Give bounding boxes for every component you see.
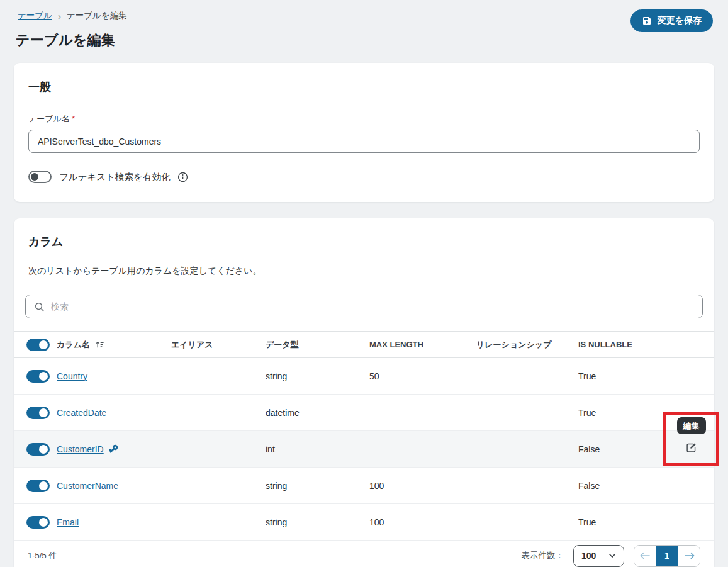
next-page-button[interactable]	[678, 546, 700, 566]
save-icon	[642, 16, 652, 26]
cell-is-nullable: False	[578, 444, 658, 454]
header-max-length: MAX LENGTH	[369, 340, 476, 349]
toggle-knob	[39, 518, 48, 527]
breadcrumb-link-tables[interactable]: テーブル	[18, 10, 52, 21]
column-search-box[interactable]	[25, 295, 703, 318]
table-name-label: テーブル名*	[28, 113, 700, 125]
header-column-name: カラム名	[57, 339, 90, 351]
columns-description: 次のリストからテーブル用のカラムを設定してください。	[28, 266, 700, 277]
header-relationship: リレーションシップ	[476, 339, 578, 351]
annotation-highlight-box: 編集	[663, 412, 719, 466]
row-toggle[interactable]	[26, 443, 50, 456]
current-page-button[interactable]: 1	[656, 546, 678, 566]
cell-max-length: 100	[369, 517, 476, 527]
fulltext-search-toggle[interactable]	[28, 171, 52, 183]
arrow-left-icon	[640, 552, 651, 559]
column-name-link[interactable]: Email	[57, 517, 79, 527]
breadcrumb: テーブル › テーブルを編集	[18, 10, 713, 21]
general-heading: 一般	[28, 79, 700, 94]
edit-column-button[interactable]	[685, 442, 697, 454]
cell-is-nullable: False	[578, 481, 658, 491]
sort-ascending-icon[interactable]	[95, 340, 104, 349]
toggle-knob	[39, 408, 48, 417]
cell-max-length: 100	[369, 481, 476, 491]
breadcrumb-current: テーブルを編集	[67, 10, 127, 21]
search-icon	[34, 301, 45, 312]
columns-card: カラム 次のリストからテーブル用のカラムを設定してください。 カラム名 エイリア…	[14, 218, 714, 567]
table-row-customerid: CustomerID int False 編集	[14, 431, 714, 468]
table-row-country: Country string 50 True	[14, 358, 714, 395]
row-toggle[interactable]	[26, 407, 50, 419]
row-toggle[interactable]	[26, 480, 50, 492]
cell-is-nullable: True	[578, 408, 658, 418]
cell-data-type: datetime	[266, 408, 369, 418]
table-footer: 1-5/5 件 表示件数： 100 1	[14, 541, 714, 567]
row-count: 1-5/5 件	[28, 550, 57, 561]
fulltext-toggle-label: フルテキスト検索を有効化	[59, 171, 170, 183]
column-name-link[interactable]: CustomerName	[57, 481, 118, 491]
row-toggle[interactable]	[26, 370, 50, 383]
toggle-knob	[39, 481, 48, 490]
table-row-createddate: CreatedDate datetime True	[14, 395, 714, 431]
edit-tooltip: 編集	[677, 417, 706, 434]
page-size-value: 100	[581, 551, 596, 561]
table-header-row: カラム名 エイリアス データ型 MAX LENGTH リレーションシップ IS …	[14, 331, 714, 358]
column-search-input[interactable]	[51, 301, 694, 312]
pagination: 1	[634, 545, 700, 567]
top-bar: テーブル › テーブルを編集 テーブルを編集 変更を保存	[0, 0, 728, 50]
toggle-knob	[39, 372, 48, 381]
table-row-email: Email string 100 True	[14, 504, 714, 541]
page-size-label: 表示件数：	[522, 550, 564, 561]
toggle-knob	[39, 445, 48, 454]
general-card: 一般 テーブル名* フルテキスト検索を有効化	[14, 63, 714, 202]
save-changes-button[interactable]: 変更を保存	[630, 9, 713, 32]
previous-page-button[interactable]	[634, 546, 656, 566]
info-icon[interactable]	[177, 172, 188, 182]
cell-data-type: string	[266, 481, 369, 491]
header-data-type: データ型	[266, 339, 369, 351]
row-toggle[interactable]	[26, 516, 50, 529]
edit-icon	[685, 442, 697, 454]
toggle-all-columns[interactable]	[26, 339, 50, 351]
chevron-down-icon	[608, 553, 616, 558]
cell-max-length: 50	[369, 371, 476, 381]
cell-is-nullable: True	[578, 371, 658, 381]
table-name-input[interactable]	[28, 130, 700, 153]
required-asterisk: *	[72, 114, 75, 123]
header-alias: エイリアス	[171, 339, 266, 351]
cell-data-type: int	[266, 444, 369, 454]
page-title: テーブルを編集	[16, 31, 713, 50]
column-name-link[interactable]: CreatedDate	[57, 408, 106, 418]
cell-data-type: string	[266, 371, 369, 381]
table-row-customername: CustomerName string 100 False	[14, 468, 714, 504]
arrow-right-icon	[684, 552, 695, 559]
cell-is-nullable: True	[578, 517, 658, 527]
cell-data-type: string	[266, 517, 369, 527]
primary-key-icon	[106, 441, 121, 456]
save-button-label: 変更を保存	[658, 15, 702, 26]
toggle-knob	[39, 340, 48, 349]
breadcrumb-chevron-icon: ›	[58, 11, 61, 21]
toggle-knob	[31, 173, 38, 181]
page-size-select[interactable]: 100	[573, 545, 624, 567]
column-name-link[interactable]: CustomerID	[57, 444, 104, 454]
column-name-link[interactable]: Country	[57, 371, 87, 381]
header-is-nullable: IS NULLABLE	[578, 340, 658, 349]
columns-heading: カラム	[14, 234, 714, 249]
